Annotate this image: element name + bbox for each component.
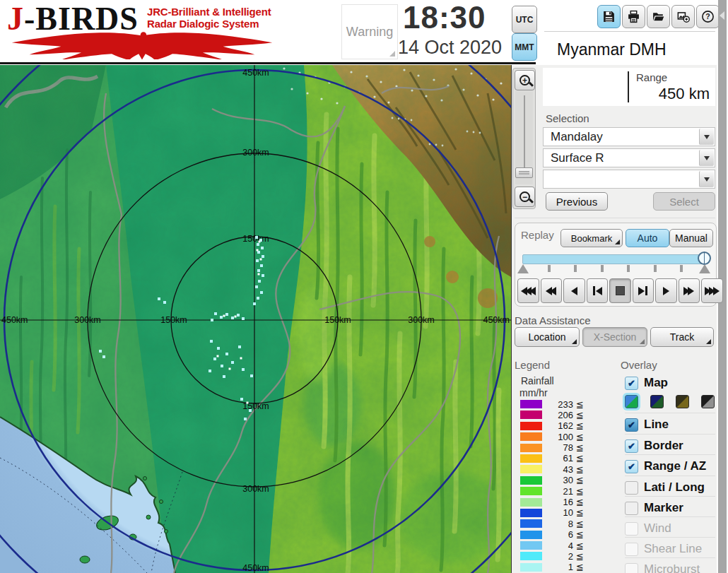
- legend-entry: 1≦: [520, 563, 584, 572]
- range-box: Range 450 km: [543, 68, 715, 106]
- checkbox[interactable]: ✔: [625, 439, 638, 453]
- svg-text:450km: 450km: [483, 315, 510, 325]
- chevron-down-icon[interactable]: [699, 150, 714, 166]
- chevron-down-icon[interactable]: [699, 171, 714, 187]
- track-button[interactable]: Track: [650, 327, 714, 347]
- checkbox[interactable]: [625, 481, 638, 495]
- legend-unit-mmhr: mm/hr: [519, 387, 548, 398]
- checkbox[interactable]: [625, 502, 638, 515]
- radar-map[interactable]: 450km 300km 150km 150km 300km 450km 450k…: [0, 65, 512, 573]
- chevron-down-icon[interactable]: [699, 129, 714, 145]
- legend-operator: ≦: [576, 420, 584, 431]
- panel-divider: [544, 31, 715, 32]
- play-backward-button[interactable]: [563, 278, 585, 303]
- legend-color-swatch: [520, 444, 542, 452]
- bookmark-button[interactable]: Bookmark: [560, 229, 623, 247]
- clock-time: 18:30: [403, 0, 486, 35]
- checkbox: [625, 543, 638, 556]
- overlay-item-line[interactable]: ✔Line: [625, 417, 669, 432]
- fast-rewind-triple-button[interactable]: [517, 278, 539, 303]
- collapse-arrow-icon[interactable]: [720, 11, 724, 20]
- overlay-item-wind[interactable]: Wind: [625, 521, 671, 536]
- legend-entry: 16≦: [520, 498, 584, 507]
- legend-color-swatch: [520, 519, 542, 528]
- utc-button[interactable]: UTC: [512, 6, 537, 33]
- legend-value: 4: [542, 540, 573, 551]
- overlay-item-border[interactable]: ✔Border: [625, 438, 683, 454]
- tagline-line2: Radar Dialogic System: [147, 18, 271, 30]
- replay-slider-track[interactable]: [522, 254, 706, 264]
- slider-tick: [548, 265, 551, 272]
- map-style-olive-gold[interactable]: [676, 395, 689, 408]
- legend-operator: ≦: [576, 442, 584, 453]
- playback-controls: [517, 278, 723, 303]
- fast-forward-icon: [688, 287, 694, 295]
- zoom-slider[interactable]: [515, 91, 533, 184]
- map-zoom-control: + −: [512, 68, 536, 209]
- map-style-black-gray[interactable]: [701, 395, 715, 408]
- legend-operator: ≦: [576, 540, 584, 551]
- legend-color-swatch: [520, 498, 542, 507]
- step-backward-button[interactable]: [587, 278, 609, 303]
- legend-color-swatch: [520, 422, 542, 430]
- overlay-label: Shear Line: [644, 542, 702, 556]
- step-forward-button[interactable]: [633, 278, 654, 303]
- manual-button[interactable]: Manual: [669, 229, 713, 247]
- overlay-label: Line: [644, 418, 669, 432]
- legend-unit-rainfall: Rainfall: [521, 375, 554, 386]
- fast-forward-triple-button[interactable]: [701, 278, 723, 303]
- overlay-item-map[interactable]: ✔Map: [625, 375, 668, 391]
- print-button[interactable]: [622, 5, 645, 28]
- selection-dropdown-product[interactable]: Surface R: [543, 148, 715, 167]
- legend-operator: ≦: [576, 562, 584, 572]
- data-assistance-label: Data Assistance: [515, 314, 591, 326]
- legend-scale: 233≦206≦162≦100≦78≦61≦43≦30≦21≦16≦10≦8≦6…: [520, 400, 584, 572]
- slider-tick: [654, 265, 657, 272]
- slider-end-marker[interactable]: [699, 264, 710, 273]
- help-button[interactable]: ?: [696, 5, 720, 28]
- overlay-separator: [625, 454, 715, 455]
- overlay-item-microburst[interactable]: Microburst: [625, 562, 700, 573]
- map-style-blue-green[interactable]: [625, 395, 638, 408]
- replay-slider-handle[interactable]: [698, 252, 711, 265]
- save-button[interactable]: [597, 5, 621, 28]
- zoom-slider-handle[interactable]: [515, 167, 533, 178]
- stop-button[interactable]: [609, 278, 631, 303]
- previous-button[interactable]: Previous: [546, 192, 608, 211]
- legend-operator: ≦: [576, 453, 584, 463]
- export-image-button[interactable]: [671, 5, 695, 28]
- overlay-item-range-az[interactable]: ✔Range / AZ: [625, 459, 706, 474]
- overlay-item-lati-long[interactable]: Lati / Long: [625, 480, 705, 495]
- legend-value: 21: [542, 486, 573, 497]
- range-value: 450 km: [659, 85, 710, 103]
- checkbox[interactable]: ✔: [625, 460, 638, 473]
- zoom-out-button[interactable]: −: [515, 187, 535, 207]
- legend-color-swatch: [520, 465, 542, 473]
- checkbox[interactable]: ✔: [625, 418, 638, 432]
- selection-dropdown-extra[interactable]: [543, 170, 715, 189]
- legend-operator: ≦: [576, 529, 584, 540]
- map-style-navy-darkgreen[interactable]: [650, 395, 664, 408]
- x-section-button[interactable]: X-Section: [582, 327, 647, 347]
- slider-tick: [680, 265, 683, 272]
- zoom-in-button[interactable]: +: [515, 70, 535, 90]
- auto-button[interactable]: Auto: [626, 229, 669, 247]
- fast-forward-button[interactable]: [679, 278, 700, 303]
- fast-rewind-button[interactable]: [541, 278, 563, 303]
- location-button[interactable]: Location: [515, 327, 580, 347]
- warning-button[interactable]: Warning: [341, 4, 398, 59]
- overlay-label: Lati / Long: [644, 480, 705, 495]
- play-forward-icon: [663, 287, 669, 295]
- open-folder-button[interactable]: [647, 5, 670, 28]
- overlay-item-marker[interactable]: Marker: [625, 500, 683, 516]
- checkbox[interactable]: ✔: [625, 377, 638, 390]
- play-forward-button[interactable]: [655, 278, 677, 303]
- overlay-item-shear-line[interactable]: Shear Line: [625, 541, 702, 557]
- slider-start-marker[interactable]: [517, 264, 529, 273]
- selection-dropdown-site[interactable]: Mandalay: [543, 127, 715, 146]
- jbirds-app: J-BIRDS JRC-Brilliant & Intelligent Rada…: [0, 0, 728, 573]
- svg-text:150km: 150km: [160, 315, 187, 325]
- legend-entry: 4≦: [520, 541, 584, 550]
- mmt-button[interactable]: MMT: [512, 33, 537, 61]
- select-button[interactable]: Select: [653, 192, 715, 211]
